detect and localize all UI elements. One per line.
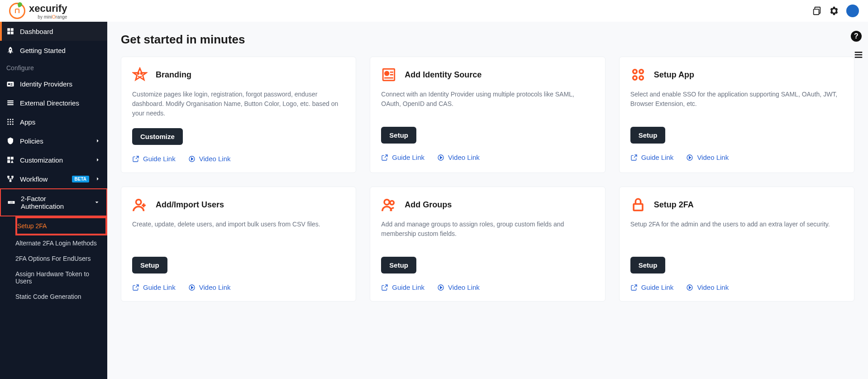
setup-button[interactable]: Setup (132, 257, 167, 273)
svg-point-37 (384, 200, 389, 205)
svg-point-25 (141, 73, 142, 74)
card-setup-2fa: Setup 2FA Setup 2FA for the admin and th… (619, 187, 854, 302)
card-setup-app: Setup App Select and enable SSO for the … (619, 57, 854, 173)
card-add-groups: Add Groups Add and manage groups to assi… (370, 187, 605, 302)
svg-point-15 (12, 124, 14, 125)
sidebar-sub-setup-2fa[interactable]: Setup 2FA (16, 217, 106, 235)
guide-link[interactable]: Guide Link (630, 154, 674, 161)
workflow-icon (6, 175, 14, 183)
hamburger-button[interactable] (854, 50, 863, 60)
video-link[interactable]: Video Link (686, 283, 729, 291)
sidebar-item-2fa[interactable]: 123 2-Factor Authentication (0, 188, 107, 216)
sidebar-sub-static-code[interactable]: Static Code Generation (15, 289, 107, 304)
svg-point-12 (12, 121, 14, 123)
guide-link[interactable]: Guide Link (381, 154, 424, 161)
video-link[interactable]: Video Link (686, 154, 729, 161)
gear-icon[interactable] (829, 6, 839, 16)
svg-point-14 (10, 124, 11, 125)
video-link[interactable]: Video Link (437, 154, 480, 161)
guide-link[interactable]: Guide Link (132, 283, 176, 291)
logo-text: xecurify by miniOrange (29, 3, 67, 19)
list-icon (6, 99, 14, 107)
sidebar-label: 2-Factor Authentication (21, 195, 88, 210)
sidebar-label: External Directories (20, 99, 101, 107)
sidebar-submenu-2fa: Setup 2FA Alternate 2FA Login Methods 2F… (0, 216, 107, 304)
cards-grid: Branding Customize pages like login, reg… (121, 57, 854, 302)
setup-button[interactable]: Setup (381, 127, 416, 144)
logo[interactable]: xecurify by miniOrange (9, 3, 67, 19)
card-title: Branding (156, 70, 191, 80)
sidebar-item-external-directories[interactable]: External Directories (0, 93, 107, 112)
setup-button[interactable]: Setup (630, 257, 666, 273)
card-desc: Add and manage groups to assign roles, g… (381, 220, 594, 247)
shield-icon (6, 137, 14, 145)
chevron-right-icon (95, 138, 101, 144)
video-link[interactable]: Video Link (188, 155, 231, 163)
sidebar-sub-alternate-2fa[interactable]: Alternate 2FA Login Methods (15, 235, 107, 251)
lock-icon (630, 197, 646, 212)
sidebar-label: Customization (20, 156, 89, 164)
setup-button[interactable]: Setup (381, 257, 416, 273)
avatar[interactable] (846, 5, 859, 17)
help-button[interactable]: ? (851, 31, 862, 42)
svg-point-7 (7, 119, 9, 120)
docs-icon[interactable] (812, 6, 822, 16)
sidebar-item-identity-providers[interactable]: Identity Providers (0, 74, 107, 93)
svg-rect-4 (7, 101, 14, 101)
app-grid-icon (630, 67, 646, 82)
sidebar-item-apps[interactable]: Apps (0, 112, 107, 131)
svg-rect-2 (7, 32, 10, 34)
card-desc: Create, update, delete users, and import… (132, 220, 345, 247)
sidebar: Dashboard Getting Started Configure Iden… (0, 22, 107, 379)
topbar: xecurify by miniOrange (0, 0, 868, 22)
sidebar-item-workflow[interactable]: Workflow BETA (0, 169, 107, 188)
sidebar-label: Dashboard (20, 28, 101, 35)
beta-badge: BETA (72, 176, 89, 182)
logo-mark-icon (9, 3, 25, 19)
sidebar-sub-2fa-options[interactable]: 2FA Options For EndUsers (15, 251, 107, 266)
video-link[interactable]: Video Link (188, 283, 231, 291)
sidebar-sub-label: Alternate 2FA Login Methods (15, 240, 101, 247)
svg-point-31 (639, 70, 643, 74)
guide-link[interactable]: Guide Link (381, 283, 424, 291)
sidebar-label: Apps (20, 118, 101, 126)
customize-button[interactable]: Customize (132, 128, 183, 145)
sidebar-label: Workflow (20, 175, 67, 183)
card-title: Setup 2FA (654, 200, 694, 210)
brand-name: xecurify (29, 3, 67, 14)
card-title: Add Identity Source (405, 70, 482, 80)
svg-point-28 (385, 72, 389, 76)
otp-icon: 123 (7, 198, 15, 206)
sidebar-item-customization[interactable]: Customization (0, 150, 107, 169)
sidebar-section-label: Configure (0, 60, 107, 74)
guide-link[interactable]: Guide Link (132, 155, 176, 163)
rocket-icon (6, 46, 14, 54)
sidebar-item-getting-started[interactable]: Getting Started (0, 41, 107, 60)
id-source-icon (381, 67, 396, 82)
user-plus-icon (132, 197, 148, 212)
svg-rect-0 (7, 28, 10, 31)
sidebar-item-policies[interactable]: Policies (0, 131, 107, 150)
sidebar-item-dashboard[interactable]: Dashboard (0, 22, 107, 41)
dashboard-icon (6, 27, 14, 35)
svg-point-38 (390, 201, 394, 205)
main-content: Get started in minutes Branding Customiz… (107, 22, 868, 379)
svg-rect-6 (7, 104, 14, 105)
card-identity-source: Add Identity Source Connect with an Iden… (370, 57, 605, 173)
sidebar-sub-hardware-token[interactable]: Assign Hardware Token to Users (15, 266, 107, 289)
svg-rect-40 (634, 204, 643, 211)
sidebar-sub-label: 2FA Options For EndUsers (15, 255, 101, 262)
svg-point-9 (12, 119, 14, 120)
svg-point-24 (138, 73, 139, 74)
chevron-down-icon (94, 199, 100, 206)
sidebar-label: Getting Started (20, 47, 101, 54)
card-import-users: Add/Import Users Create, update, delete … (121, 187, 356, 302)
svg-point-11 (10, 121, 11, 123)
chevron-right-icon (95, 176, 101, 182)
svg-rect-18 (7, 160, 10, 163)
svg-point-32 (633, 76, 637, 80)
svg-rect-1 (11, 28, 14, 31)
video-link[interactable]: Video Link (437, 283, 480, 291)
setup-button[interactable]: Setup (630, 127, 666, 144)
guide-link[interactable]: Guide Link (630, 283, 674, 291)
